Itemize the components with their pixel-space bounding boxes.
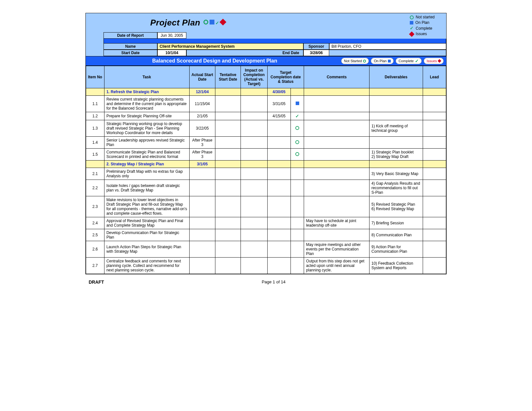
project-plan-sheet: Not started On Plan Complete Issues Proj… <box>85 13 447 274</box>
cell-target <box>267 196 291 217</box>
cell-lead <box>423 120 446 137</box>
pill-not-started[interactable]: Not Started <box>341 58 369 64</box>
end-date-label: End Date <box>186 50 303 56</box>
title-row: Project Plan <box>86 15 446 32</box>
table-row: 1.3Strategic Planning working group to d… <box>86 120 446 137</box>
cell-target <box>267 241 291 258</box>
cell-impact <box>241 96 267 112</box>
cell-item: 1.1 <box>86 96 104 112</box>
plan-table: Item No Task Actual Start Date Tentative… <box>86 66 446 274</box>
start-date: 10/1/04 <box>157 50 186 56</box>
cell-item: 2.4 <box>86 217 104 229</box>
cell-lead <box>423 258 446 274</box>
col-lead: Lead <box>423 66 446 88</box>
cell-tentative <box>215 120 241 137</box>
cell-actual <box>189 180 215 196</box>
legend-on-plan: On Plan <box>415 20 429 25</box>
cell-status <box>291 180 304 196</box>
table-row: 2.6Launch Action Plan Steps for Strategi… <box>86 241 446 258</box>
cell-tentative <box>215 196 241 217</box>
cell-comments <box>304 120 369 137</box>
cell-actual <box>189 258 215 274</box>
cell-lead <box>423 217 446 229</box>
circle-icon <box>410 15 414 19</box>
section-title: Balanced Scorecard Design and Developmen… <box>88 58 341 64</box>
table-row: 1.5Communicate Strategic Plan and Balanc… <box>86 149 446 161</box>
pill-complete[interactable]: Complete <box>396 58 422 64</box>
cell-deliverables: 9) Action Plan for Communication Plan <box>369 241 423 258</box>
table-row: 2.2Isolate holes / gaps between draft st… <box>86 180 446 196</box>
cell-actual <box>189 217 215 229</box>
cell-actual <box>189 168 215 180</box>
legend-complete: Complete <box>416 26 432 31</box>
cell-comments <box>304 149 369 161</box>
cell-item: 1.3 <box>86 120 104 137</box>
cell-comments <box>304 229 369 241</box>
section-date: 3/1/05 <box>189 161 215 168</box>
info-grid: Date of Report Jun 30, 2005 Name Client … <box>86 32 446 56</box>
cell-target <box>267 137 291 149</box>
check-icon <box>295 113 299 119</box>
cell-lead <box>423 168 446 180</box>
section-target: 4/30/05 <box>267 88 291 96</box>
circle-icon <box>295 152 299 156</box>
table-row: 1.4Senior Leadership approves revised St… <box>86 137 446 149</box>
cell-actual <box>189 241 215 258</box>
cell-lead <box>423 149 446 161</box>
cell-task: Preliminary Draft Map with no extras for… <box>104 168 189 180</box>
cell-comments <box>304 196 369 217</box>
section-row: 2. Strategy Map / Strategic Plan3/1/05 <box>86 161 446 168</box>
cell-tentative <box>215 149 241 161</box>
table-row: 2.7Centralize feedback and comments for … <box>86 258 446 274</box>
diamond-icon <box>409 31 415 37</box>
cell-item: 1.4 <box>86 137 104 149</box>
cell-item: 2.3 <box>86 196 104 217</box>
col-comments: Comments <box>304 66 369 88</box>
table-row: 2.3Make revisions to lower level objecti… <box>86 196 446 217</box>
cell-status <box>291 217 304 229</box>
legend-not-started: Not started <box>416 15 435 20</box>
blue-strip <box>103 39 446 43</box>
cell-comments <box>304 168 369 180</box>
cell-lead <box>423 180 446 196</box>
cell-target <box>267 217 291 229</box>
square-icon <box>410 21 413 24</box>
project-name: Client Performance Management System <box>157 43 303 50</box>
cell-tentative <box>215 168 241 180</box>
cell-lead <box>423 229 446 241</box>
check-icon <box>410 25 414 31</box>
cell-status <box>291 258 304 274</box>
cell-target: 3/31/05 <box>267 96 291 112</box>
cell-impact <box>241 112 267 120</box>
pill-on-plan[interactable]: On Plan <box>371 58 394 64</box>
cell-lead <box>423 137 446 149</box>
diamond-icon <box>438 59 441 63</box>
pill-issues[interactable]: Issues <box>424 58 444 64</box>
cell-actual: 2/1/05 <box>189 112 215 120</box>
cell-impact <box>241 258 267 274</box>
table-row: 2.5Develop Communication Plan for Strate… <box>86 229 446 241</box>
cell-target <box>267 168 291 180</box>
cell-comments: May require meetings and other events pe… <box>304 241 369 258</box>
col-tentative-start: Tentative Start Date <box>215 66 241 88</box>
cell-item: 2.6 <box>86 241 104 258</box>
cell-item: 2.5 <box>86 229 104 241</box>
cell-item: 2.1 <box>86 168 104 180</box>
cell-status <box>291 241 304 258</box>
check-icon <box>215 19 219 26</box>
cell-task: Launch Action Plan Steps for Strategic P… <box>104 241 189 258</box>
cell-task: Make revisions to lower level objectives… <box>104 196 189 217</box>
cell-status <box>291 229 304 241</box>
cell-lead <box>423 196 446 217</box>
cell-deliverables: 5) Revised Strategic Plan6) Revised Stra… <box>369 196 423 217</box>
cell-lead <box>423 241 446 258</box>
cell-task: Centralize feedback and comments for nex… <box>104 258 189 274</box>
cell-task: Isolate holes / gaps between draft strat… <box>104 180 189 196</box>
footer: DRAFT Page 1 of 14 <box>85 279 447 285</box>
cell-task: Strategic Planning working group to deve… <box>104 120 189 137</box>
cell-impact <box>241 229 267 241</box>
cell-task: Develop Communication Plan for Strategic… <box>104 229 189 241</box>
cell-item: 2.2 <box>86 180 104 196</box>
section-row: 1. Refresh the Strategic Plan12/1/044/30… <box>86 88 446 96</box>
cell-actual <box>189 196 215 217</box>
